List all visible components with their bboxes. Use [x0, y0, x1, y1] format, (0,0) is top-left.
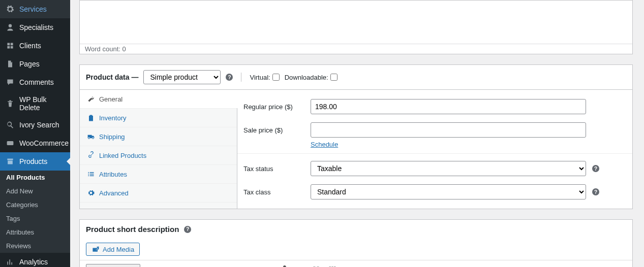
tab-linked-products[interactable]: Linked Products — [80, 146, 237, 165]
sidebar-item-label: Services — [19, 5, 47, 13]
virtual-option[interactable]: Virtual: — [250, 74, 279, 81]
submenu-item-attributes[interactable]: Attributes — [0, 225, 70, 239]
sidebar-item-services[interactable]: Services — [0, 0, 70, 18]
submenu-item-tags[interactable]: Tags — [0, 212, 70, 225]
truck-icon — [87, 132, 95, 141]
wrench-icon — [87, 95, 95, 103]
sidebar-item-woocommerce[interactable]: WooCommerce — [0, 134, 70, 152]
camera-music-icon — [91, 245, 100, 253]
product-data-title: Product data — [86, 73, 130, 81]
tax-status-select[interactable]: Taxable — [311, 161, 586, 176]
tab-label: Advanced — [99, 189, 129, 197]
product-data-content: Regular price ($) Sale price ($) Schedul… — [237, 90, 632, 209]
downloadable-option[interactable]: Downloadable: — [285, 74, 338, 81]
bold-button[interactable]: B — [146, 262, 161, 267]
list-icon — [87, 170, 95, 178]
sidebar-item-label: WP Bulk Delete — [19, 95, 65, 112]
help-icon[interactable]: ? — [184, 226, 191, 233]
word-count-value: 0 — [122, 45, 126, 53]
tax-class-select[interactable]: Standard — [311, 184, 586, 199]
fullscreen-button[interactable] — [309, 262, 323, 267]
virtual-label: Virtual: — [250, 74, 270, 81]
sidebar-item-label: Analytics — [19, 258, 48, 266]
sidebar-item-ivory-search[interactable]: Ivory Search — [0, 116, 70, 134]
submenu-item-categories[interactable]: Categories — [0, 198, 70, 212]
editor-textarea[interactable] — [80, 1, 632, 44]
sidebar-item-specialists[interactable]: Specialists — [0, 18, 70, 37]
help-icon[interactable]: ? — [592, 188, 599, 195]
sidebar-item-pages[interactable]: Pages — [0, 55, 70, 73]
chart-icon — [5, 257, 15, 267]
sale-price-input[interactable] — [311, 122, 586, 138]
help-icon[interactable]: ? — [226, 74, 233, 81]
editor-footer: Word count: 0 — [80, 44, 632, 54]
word-count-label: Word count: — [85, 45, 120, 53]
add-media-button[interactable]: Add Media — [86, 243, 140, 256]
product-data-header: Product data — Simple product ? Virtual:… — [80, 65, 632, 90]
tab-label: Linked Products — [99, 152, 146, 159]
grid-icon — [5, 41, 15, 51]
sidebar-item-label: Specialists — [19, 23, 53, 31]
tab-label: Inventory — [99, 114, 126, 122]
svg-rect-0 — [7, 141, 14, 145]
italic-button[interactable]: I — [163, 262, 177, 267]
tab-general[interactable]: General — [80, 90, 237, 109]
main-editor-panel: Word count: 0 — [79, 0, 633, 54]
product-type-select[interactable]: Simple product — [143, 70, 221, 84]
link-icon — [87, 151, 95, 159]
toolbar-toggle-button[interactable] — [325, 262, 340, 267]
tab-advanced[interactable]: Advanced — [80, 184, 237, 203]
tab-label: General — [99, 95, 122, 103]
regular-price-label: Regular price ($) — [243, 103, 304, 111]
sale-price-label: Sale price ($) — [243, 126, 304, 134]
tab-inventory[interactable]: Inventory — [80, 109, 237, 127]
tab-label: Shipping — [99, 133, 125, 141]
bullet-list-button[interactable] — [179, 262, 193, 267]
blockquote-button[interactable] — [211, 262, 226, 267]
product-data-tabs: GeneralInventoryShippingLinked ProductsA… — [80, 90, 237, 209]
align-right-button[interactable] — [260, 262, 274, 267]
cog-icon — [87, 189, 95, 197]
sidebar-item-label: Pages — [19, 60, 40, 68]
link-button[interactable] — [277, 262, 291, 267]
clipboard-icon — [87, 114, 95, 122]
sidebar-item-analytics[interactable]: Analytics — [0, 253, 70, 267]
tab-attributes[interactable]: Attributes — [80, 165, 237, 184]
search-icon — [5, 120, 15, 130]
user-icon — [5, 22, 15, 32]
woo-icon — [5, 138, 15, 148]
comment-icon — [5, 77, 15, 87]
admin-sidebar: ServicesSpecialistsClientsPagesCommentsW… — [0, 0, 70, 267]
sidebar-item-products[interactable]: Products — [0, 152, 70, 171]
sidebar-item-label: WooCommerce — [19, 139, 69, 147]
format-select[interactable]: Paragraph — [86, 264, 140, 268]
align-left-button[interactable] — [228, 262, 242, 267]
sidebar-item-clients[interactable]: Clients — [0, 37, 70, 55]
sidebar-item-label: Clients — [19, 42, 41, 50]
regular-price-input[interactable] — [311, 99, 586, 114]
submenu-item-all-products[interactable]: All Products — [0, 171, 70, 184]
archive-icon — [5, 156, 15, 166]
align-center-button[interactable] — [244, 262, 258, 267]
schedule-link[interactable]: Schedule — [311, 141, 338, 148]
short-description-title: Product short description — [86, 225, 179, 233]
numbered-list-button[interactable] — [195, 262, 209, 267]
sidebar-item-wp-bulk-delete[interactable]: WP Bulk Delete — [0, 91, 70, 116]
sidebar-item-label: Comments — [19, 78, 54, 86]
tax-class-label: Tax class — [243, 188, 304, 196]
sidebar-item-label: Ivory Search — [19, 121, 59, 129]
product-data-panel: Product data — Simple product ? Virtual:… — [79, 64, 633, 209]
sidebar-item-comments[interactable]: Comments — [0, 73, 70, 91]
submenu-item-add-new[interactable]: Add New — [0, 184, 70, 198]
virtual-checkbox[interactable] — [272, 74, 280, 81]
help-icon[interactable]: ? — [592, 165, 599, 172]
submenu-item-reviews[interactable]: Reviews — [0, 239, 70, 253]
downloadable-checkbox[interactable] — [330, 74, 338, 81]
insert-more-button[interactable] — [293, 262, 307, 267]
editor-toolbar: Paragraph B I — [80, 260, 632, 267]
short-description-panel: Product short description ? Add Media Pa… — [79, 219, 633, 267]
tax-status-label: Tax status — [243, 165, 304, 173]
tab-shipping[interactable]: Shipping — [80, 127, 237, 146]
trash-icon — [5, 98, 15, 109]
main-content: Word count: 0 Product data — Simple prod… — [70, 0, 644, 267]
